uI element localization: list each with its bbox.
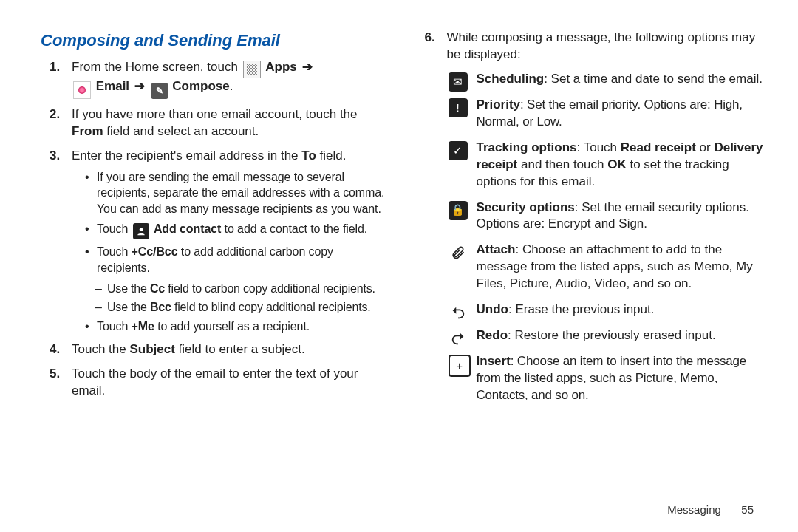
feature-title: Redo: [477, 328, 508, 342]
feature-title: Scheduling: [477, 72, 545, 86]
feature-redo: Redo: Restore the previously erased inpu…: [447, 327, 768, 344]
undo-icon: [449, 303, 468, 322]
step-number: 4.: [50, 341, 60, 358]
feature-list: ✉ Scheduling: Set a time and date to sen…: [447, 71, 768, 404]
step-text: From the Home screen, touch Apps ➔ Email…: [72, 60, 314, 93]
feature-text: : Set a time and date to send the email.: [544, 72, 763, 86]
step-number: 6.: [425, 30, 435, 47]
instruction-list-right: 6. While composing a message, the follow…: [416, 30, 768, 404]
bold-fragment: Add contact: [154, 222, 221, 235]
bold-fragment: Bcc: [150, 301, 171, 313]
tracking-icon: ✓: [449, 141, 468, 160]
feature-title: Attach: [477, 242, 516, 256]
email-label: Email: [96, 79, 129, 93]
text-fragment: Touch: [97, 222, 132, 235]
feature-title: Undo: [477, 302, 508, 316]
step-text: While composing a message, the following…: [447, 30, 756, 61]
text-fragment: From the Home screen, touch: [72, 60, 242, 74]
text-fragment: field and select an account.: [103, 124, 259, 138]
feature-security: 🔒 Security options: Set the email securi…: [447, 200, 768, 233]
step-2: 2. If you have more than one email accou…: [41, 106, 386, 140]
priority-icon: !: [449, 98, 468, 117]
feature-title: Security options: [477, 200, 575, 214]
feature-text: : Touch: [577, 140, 621, 154]
left-column: Composing and Sending Email 1. From the …: [41, 30, 386, 510]
step-text: If you have more than one email account,…: [72, 107, 358, 138]
step-number: 2.: [50, 106, 60, 123]
text-fragment: Touch: [97, 245, 132, 258]
bold-fragment: OK: [607, 157, 627, 171]
step-number: 3.: [50, 148, 60, 165]
bold-fragment: Cc: [150, 282, 165, 295]
right-column: 6. While composing a message, the follow…: [416, 30, 768, 510]
bullet-item: Touch +Cc/Bcc to add additional carbon c…: [85, 244, 386, 276]
section-heading: Composing and Sending Email: [41, 30, 386, 52]
feature-title: Tracking options: [477, 140, 577, 154]
step-5: 5. Touch the body of the email to enter …: [41, 366, 386, 400]
security-icon: 🔒: [449, 201, 468, 220]
instruction-list: 1. From the Home screen, touch Apps ➔ Em…: [41, 59, 386, 400]
step-3: 3. Enter the recipient's email address i…: [41, 148, 386, 335]
text-fragment: field.: [316, 149, 347, 163]
svg-point-0: [139, 228, 143, 232]
arrow-icon: ➔: [133, 79, 146, 93]
email-icon: [73, 81, 91, 99]
footer-page-number: 55: [724, 502, 754, 517]
arrow-icon: ➔: [301, 60, 314, 74]
step-text: Enter the recipient's email address in t…: [72, 149, 346, 163]
step-number: 1.: [50, 59, 60, 76]
text-fragment: Use the: [107, 282, 150, 295]
bold-fragment: +Cc/Bcc: [132, 245, 178, 258]
feature-text: : Restore the previously erased input.: [508, 328, 716, 342]
bold-fragment: Subject: [129, 342, 174, 356]
text-fragment: Enter the recipient's email address in t…: [72, 149, 301, 163]
feature-text: : Choose an attachment to add to the mes…: [477, 242, 753, 290]
feature-insert: + Insert: Choose an item to insert into …: [447, 353, 768, 404]
text-fragment: to add a contact to the field.: [221, 222, 367, 235]
attach-icon: [449, 243, 468, 262]
apps-icon: [243, 61, 261, 78]
dash-item: Use the Cc field to carbon copy addition…: [85, 281, 386, 297]
text-fragment: If you have more than one email account,…: [72, 107, 358, 121]
feature-attach: Attach: Choose an attachment to add to t…: [447, 242, 768, 293]
text-fragment: Touch: [97, 320, 132, 332]
feature-text: : Erase the previous input.: [508, 302, 655, 316]
feature-title: Priority: [477, 98, 521, 112]
text-fragment: field to blind copy additional recipient…: [171, 301, 371, 313]
step-1: 1. From the Home screen, touch Apps ➔ Em…: [41, 59, 386, 99]
page-footer: Messaging 55: [667, 502, 754, 517]
bold-fragment: From: [72, 124, 103, 138]
step-3-sublist: If you are sending the email message to …: [72, 169, 386, 335]
footer-section: Messaging: [667, 503, 721, 516]
step-4: 4. Touch the Subject field to enter a su…: [41, 341, 386, 358]
text-fragment: field to carbon copy additional recipien…: [165, 282, 375, 295]
bullet-item: Touch Add contact to add a contact to th…: [85, 221, 386, 239]
step-text: Touch the body of the email to enter the…: [72, 366, 358, 398]
feature-scheduling: ✉ Scheduling: Set a time and date to sen…: [447, 71, 768, 88]
contact-icon: [133, 223, 149, 239]
compose-icon: ✎: [151, 83, 168, 99]
text-fragment: field to enter a subject.: [175, 342, 305, 356]
text-fragment: and then touch: [517, 157, 607, 171]
feature-priority: ! Priority: Set the email priority. Opti…: [447, 97, 768, 131]
feature-title: Insert: [477, 354, 511, 368]
apps-label: Apps: [265, 60, 297, 74]
feature-tracking: ✓ Tracking options: Touch Read receipt o…: [447, 140, 768, 191]
bold-fragment: +Me: [132, 320, 154, 332]
bullet-item: Touch +Me to add yourself as a recipient…: [85, 318, 386, 335]
feature-text: : Choose an item to insert into the mess…: [477, 354, 747, 402]
text-fragment: Touch the: [72, 342, 129, 356]
insert-icon: +: [449, 355, 471, 377]
compose-label: Compose: [172, 79, 229, 93]
bold-fragment: Read receipt: [621, 140, 696, 154]
text-fragment: or: [696, 140, 715, 154]
page: Composing and Sending Email 1. From the …: [0, 0, 798, 532]
step-6: 6. While composing a message, the follow…: [416, 30, 768, 404]
step-number: 5.: [50, 366, 60, 383]
scheduling-icon: ✉: [449, 72, 468, 92]
bullet-item: If you are sending the email message to …: [85, 169, 386, 217]
dash-item: Use the Bcc field to blind copy addition…: [85, 299, 386, 316]
step-text: Touch the Subject field to enter a subje…: [72, 342, 305, 356]
feature-undo: Undo: Erase the previous input.: [447, 301, 768, 318]
bold-fragment: To: [301, 149, 316, 163]
